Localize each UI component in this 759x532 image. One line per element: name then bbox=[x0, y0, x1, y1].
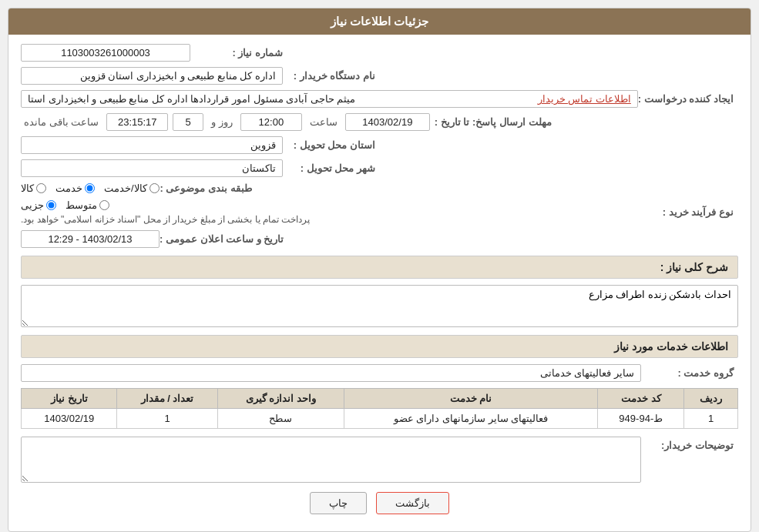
deadline-date: 1403/02/19 bbox=[345, 113, 430, 131]
process-radio-group: متوسط جزیی bbox=[21, 199, 109, 211]
process-label: نوع فرآیند خرید : bbox=[641, 206, 734, 218]
table-row: 1ط-94-949فعالیتهای سایر سازمانهای دارای … bbox=[22, 409, 738, 429]
province-value: قزوین bbox=[21, 136, 283, 154]
process-note: پرداخت تمام یا بخشی از مبلغ خریدار از مح… bbox=[21, 214, 310, 225]
category-option-kala[interactable]: کالا bbox=[21, 182, 46, 194]
buyer-org-label: نام دستگاه خریدار : bbox=[283, 70, 375, 82]
need-number-label: شماره نیاز : bbox=[190, 47, 283, 59]
deadline-remaining-label: ساعت باقی مانده bbox=[24, 116, 99, 128]
service-group-value: سایر فعالیتهای خدماتی bbox=[21, 364, 641, 382]
category-option-khedmat[interactable]: خدمت bbox=[55, 182, 95, 194]
city-label: شهر محل تحویل : bbox=[283, 162, 375, 174]
requester-value: میثم حاجی آبادی مسئول امور قراردادها ادا… bbox=[28, 93, 355, 105]
deadline-time: 12:00 bbox=[240, 113, 302, 131]
col-quantity: تعداد / مقدار bbox=[117, 389, 217, 409]
services-table: ردیف کد خدمت نام خدمت واحد اندازه گیری ت… bbox=[21, 388, 738, 429]
service-group-label: گروه خدمت : bbox=[641, 367, 734, 379]
buyer-notes-textarea[interactable] bbox=[21, 437, 641, 483]
col-unit: واحد اندازه گیری bbox=[217, 389, 344, 409]
category-label: طبقه بندی موضوعی : bbox=[160, 182, 252, 194]
need-description-header: شرح کلی نیاز : bbox=[21, 256, 738, 279]
col-date: تاریخ نیاز bbox=[22, 389, 117, 409]
buyer-org-value: اداره کل منابع طبیعی و ابخیزداری استان ق… bbox=[21, 67, 283, 85]
services-section-header: اطلاعات خدمات مورد نیاز bbox=[21, 335, 738, 358]
process-option-mutavsat[interactable]: متوسط bbox=[65, 199, 109, 211]
requester-label: ایجاد کننده درخواست : bbox=[638, 93, 734, 105]
category-option-kala-khedmat[interactable]: کالا/خدمت bbox=[104, 182, 160, 194]
province-label: استان محل تحویل : bbox=[283, 139, 375, 151]
requester-contact-link[interactable]: اطلاعات تماس خریدار bbox=[538, 93, 631, 105]
print-button[interactable]: چاپ bbox=[310, 492, 367, 514]
deadline-time-label: ساعت bbox=[310, 116, 338, 128]
need-description-textarea[interactable] bbox=[21, 285, 738, 327]
deadline-remaining: 23:15:17 bbox=[106, 113, 168, 131]
city-value: تاکستان bbox=[21, 159, 283, 177]
process-option-jozi[interactable]: جزیی bbox=[21, 199, 56, 211]
buyer-notes-label: توضیحات خریدار: bbox=[641, 440, 734, 451]
col-service-name: نام خدمت bbox=[344, 389, 598, 409]
deadline-label: مهلت ارسال پاسخ: تا تاریخ : bbox=[435, 116, 552, 128]
announce-label: تاریخ و ساعت اعلان عمومی : bbox=[160, 233, 284, 245]
deadline-days: 5 bbox=[173, 113, 203, 131]
need-number-value: 1103003261000003 bbox=[21, 44, 190, 62]
page-title: جزئیات اطلاعات نیاز bbox=[8, 8, 751, 35]
category-radio-group: کالا/خدمت خدمت کالا bbox=[21, 182, 160, 194]
deadline-day-label: روز و bbox=[211, 116, 233, 128]
back-button[interactable]: بازگشت bbox=[376, 492, 449, 514]
buttons-row: بازگشت چاپ bbox=[21, 492, 738, 522]
col-service-code: کد خدمت bbox=[598, 389, 684, 409]
announce-value: 1403/02/13 - 12:29 bbox=[21, 230, 160, 248]
col-row-num: ردیف bbox=[684, 389, 738, 409]
